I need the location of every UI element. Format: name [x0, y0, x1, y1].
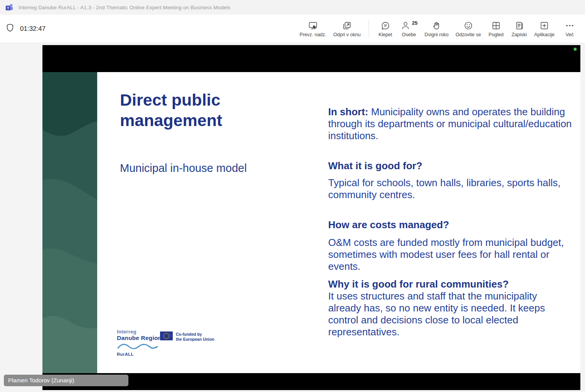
raise-hand-button[interactable]: Dvigni roko	[422, 19, 452, 39]
section-heading-rural: Why it is good for rural communities?	[328, 278, 572, 290]
raise-hand-icon	[431, 20, 442, 31]
section-body-rural: It uses structures and staff that the mu…	[328, 290, 572, 338]
interreg-logo: Interreg Danube Region	[117, 329, 162, 342]
react-label: Odzovite se	[455, 32, 481, 37]
interreg-logo-line2: Danube Region	[117, 335, 162, 342]
in-short-label: In short:	[328, 106, 368, 118]
slide-text-column: In short: Municipality owns and operates…	[328, 106, 572, 338]
more-ellipsis-icon	[565, 20, 575, 31]
participants-count-badge: 25	[412, 20, 417, 26]
notes-icon	[514, 20, 524, 31]
screen-control-icon	[308, 20, 318, 31]
eu-flag-icon	[160, 331, 173, 340]
meeting-timer-group: 01:32:47	[0, 23, 46, 35]
more-label: Več	[566, 32, 574, 37]
eu-cofunded-line2: the European Union	[176, 337, 214, 342]
more-button[interactable]: Več	[559, 19, 580, 39]
take-control-button[interactable]: Prevz. nadz.	[297, 19, 329, 39]
in-short-paragraph: In short: Municipality owns and operates…	[328, 106, 572, 142]
open-in-window-button[interactable]: Odpri v oknu	[330, 19, 363, 39]
interreg-logo-line1: Interreg	[117, 329, 162, 335]
take-control-label: Prevz. nadz.	[300, 32, 326, 37]
shield-icon	[5, 23, 15, 35]
open-in-window-label: Odpri v oknu	[333, 32, 361, 37]
smiley-icon	[463, 20, 474, 31]
apps-button[interactable]: Aplikacije	[531, 19, 557, 39]
window-title: Interreg Danube RurALL - A1.3 - 2nd Them…	[19, 5, 231, 10]
shared-screen-stage: Direct public management Municipal in-ho…	[42, 45, 580, 390]
presence-dot	[574, 48, 577, 50]
window-titlebar: T Interreg Danube RurALL - A1.3 - 2nd Th…	[0, 0, 585, 15]
svg-text:T: T	[7, 6, 9, 10]
meeting-timer: 01:32:47	[20, 25, 46, 33]
slide-title: Direct public management	[120, 90, 282, 131]
view-button[interactable]: Pogled	[485, 19, 507, 39]
people-icon	[400, 20, 411, 31]
rurall-project-label: RurALL	[117, 352, 134, 357]
chat-icon	[380, 20, 391, 31]
raise-hand-label: Dvigni roko	[425, 32, 449, 37]
eu-cofunded-line1: Co-funded by	[176, 332, 214, 337]
slide-sidebar-waves	[42, 72, 97, 373]
view-label: Pogled	[489, 32, 504, 37]
section-body-costs: O&M costs are funded mostly from municip…	[328, 237, 572, 273]
people-icon-row: 25	[400, 20, 417, 31]
toolbar-actions: Prevz. nadz. Odpri v oknu Klepet	[297, 19, 585, 39]
apps-label: Aplikacije	[534, 32, 555, 37]
presentation-slide: Direct public management Municipal in-ho…	[42, 72, 580, 373]
notes-label: Zapiski	[511, 32, 527, 37]
apps-plus-icon	[539, 20, 550, 31]
rurall-wave-icon	[117, 342, 158, 351]
eu-cofunded-label: Co-funded by the European Union	[176, 332, 214, 342]
chat-label: Klepet	[378, 32, 392, 37]
section-heading-costs: How are costs managed?	[328, 219, 572, 231]
people-label: Osebe	[402, 32, 416, 37]
view-grid-icon	[491, 20, 501, 31]
meeting-toolbar: 01:32:47 Prevz. nadz. Odpri v oknu	[0, 15, 585, 43]
slide-subtitle: Municipal in-house model	[120, 162, 247, 175]
chat-button[interactable]: Klepet	[374, 19, 396, 39]
section-body-good-for: Typical for schools, town halls, librari…	[328, 177, 572, 201]
people-button[interactable]: 25 Osebe	[398, 19, 420, 39]
section-heading-good-for: What it is good for?	[328, 160, 572, 172]
react-button[interactable]: Odzovite se	[453, 19, 484, 39]
teams-app-icon: T	[5, 3, 14, 12]
notes-button[interactable]: Zapiski	[508, 19, 530, 39]
presenter-name-tag: Plamen Todorov (Zunanji)	[4, 375, 128, 386]
toolbar-divider	[369, 20, 369, 37]
open-in-window-icon	[342, 20, 352, 31]
